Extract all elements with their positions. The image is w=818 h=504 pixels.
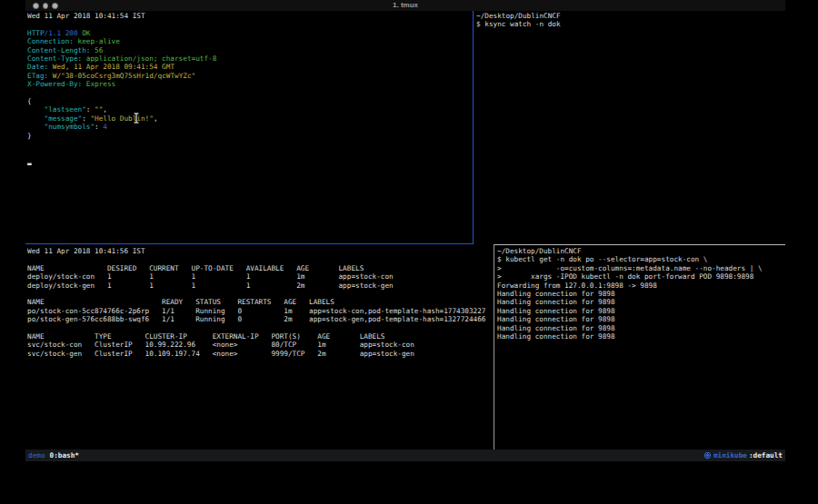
kube-context: minikube <box>713 450 747 461</box>
terminal-line: Handling connection for 9898 <box>497 324 783 332</box>
pane-port-forward[interactable]: ~/Desktop/DublinCNCF$ kubectl get -n dok… <box>497 247 783 449</box>
window-title: 1. tmux <box>25 0 785 11</box>
terminal-line: Handling connection for 9898 <box>497 290 783 298</box>
pane-border-vertical[interactable] <box>494 244 494 450</box>
terminal-line: Wed 11 Apr 2018 10:41:56 IST <box>27 247 493 255</box>
mouse-text-cursor <box>133 110 140 121</box>
terminal-line: Content-Type: application/json; charset=… <box>27 54 471 63</box>
terminal-line: NAME TYPE CLUSTER-IP EXTERNAL-IP PORT(S)… <box>27 332 493 341</box>
tmux-status-bar: demo 0:bash* minikube:defau <box>25 450 785 461</box>
desktop: 1. tmux Wed 11 Apr 2018 10:41:54 IST HTT… <box>0 0 818 504</box>
terminal-window[interactable]: 1. tmux Wed 11 Apr 2018 10:41:54 IST HTT… <box>25 0 785 463</box>
terminal-line: ~/Desktop/DublinCNCF <box>476 12 783 20</box>
terminal-line: Handling connection for 9898 <box>497 307 783 315</box>
terminal-line <box>27 290 493 298</box>
terminal-line: X-Powered-By: Express <box>27 80 471 88</box>
window-titlebar[interactable]: 1. tmux <box>25 0 785 11</box>
minimize-button[interactable] <box>43 3 49 9</box>
close-button[interactable] <box>33 3 39 9</box>
terminal-line <box>27 149 471 157</box>
terminal-line: > xargs -IPOD kubectl -n dok port-forwar… <box>497 272 783 281</box>
kubernetes-icon <box>703 451 712 460</box>
pane-ksync-watch[interactable]: ~/Desktop/DublinCNCF$ ksync watch -n dok <box>476 12 783 242</box>
terminal-line: svc/stock-gen ClusterIP 10.109.197.74 <n… <box>27 350 493 358</box>
terminal-line <box>27 20 471 28</box>
traffic-lights <box>33 3 58 9</box>
window-tab-active[interactable]: 0:bash* <box>50 450 79 461</box>
pane-http-response[interactable]: Wed 11 Apr 2018 10:41:54 IST HTTP/1.1 20… <box>27 12 471 242</box>
active-pane-border-horizontal[interactable] <box>25 243 474 244</box>
terminal-line: svc/stock-con ClusterIP 10.99.222.96 <no… <box>27 341 493 349</box>
terminal-line <box>27 324 493 332</box>
terminal-line: $ ksync watch -n dok <box>476 20 783 28</box>
terminal-line: deploy/stock-gen 1 1 1 1 2m app=stock-ge… <box>27 282 493 290</box>
terminal-line: Date: Wed, 11 Apr 2018 09:41:54 GMT <box>27 63 471 71</box>
pane-kubectl-resources[interactable]: Wed 11 Apr 2018 10:41:56 IST NAME DESIRE… <box>27 247 493 449</box>
terminal-line: $ kubectl get -n dok po --selector=app=s… <box>497 255 783 263</box>
terminal-line: } <box>27 132 471 140</box>
terminal-line: Handling connection for 9898 <box>497 315 783 323</box>
terminal-line: deploy/stock-con 1 1 1 1 1m app=stock-co… <box>27 272 493 281</box>
terminal-line: Wed 11 Apr 2018 10:41:54 IST <box>27 12 471 20</box>
terminal-line <box>27 89 471 97</box>
zoom-button[interactable] <box>52 3 58 9</box>
terminal-line: Connection: keep-alive <box>27 37 471 45</box>
terminal-line: Forwarding from 127.0.0.1:9898 -> 9898 <box>497 282 783 290</box>
pane-border-horizontal[interactable] <box>494 244 785 245</box>
terminal-line <box>27 140 471 148</box>
terminal-line: > -o=custom-columns=:metadata.name --no-… <box>497 264 783 272</box>
terminal-line: Content-Length: 56 <box>27 46 471 54</box>
terminal-line: ~/Desktop/DublinCNCF <box>497 247 783 255</box>
terminal-line: HTTP/1.1 200 OK <box>27 29 471 37</box>
terminal-line: ▂ <box>27 157 471 165</box>
kube-namespace: :default <box>749 450 783 461</box>
terminal-line: Handling connection for 9898 <box>497 298 783 306</box>
active-pane-border-vertical[interactable] <box>473 11 474 244</box>
terminal-line: ETag: W/"38-05coCsrg3mQ75sHr1d/qcWTwYZc" <box>27 72 471 80</box>
terminal-line: po/stock-con-5cc874766c-2p6rp 1/1 Runnin… <box>27 307 493 315</box>
terminal-line: { <box>27 97 471 105</box>
terminal-line: NAME DESIRED CURRENT UP-TO-DATE AVAILABL… <box>27 264 493 272</box>
terminal-line: "numsymbols": 4 <box>27 123 471 131</box>
terminal-line: NAME READY STATUS RESTARTS AGE LABELS <box>27 298 493 306</box>
terminal-line: "lastseen": "", <box>27 105 471 114</box>
terminal-line: Handling connection for 9898 <box>497 332 783 341</box>
terminal-line: po/stock-gen-576cc688bb-swqf6 1/1 Runnin… <box>27 315 493 323</box>
status-right: minikube:default <box>703 450 783 461</box>
session-name: demo <box>28 450 45 461</box>
terminal-line: "message": "Hello Dublin!", <box>27 114 471 123</box>
terminal-line <box>27 255 493 263</box>
